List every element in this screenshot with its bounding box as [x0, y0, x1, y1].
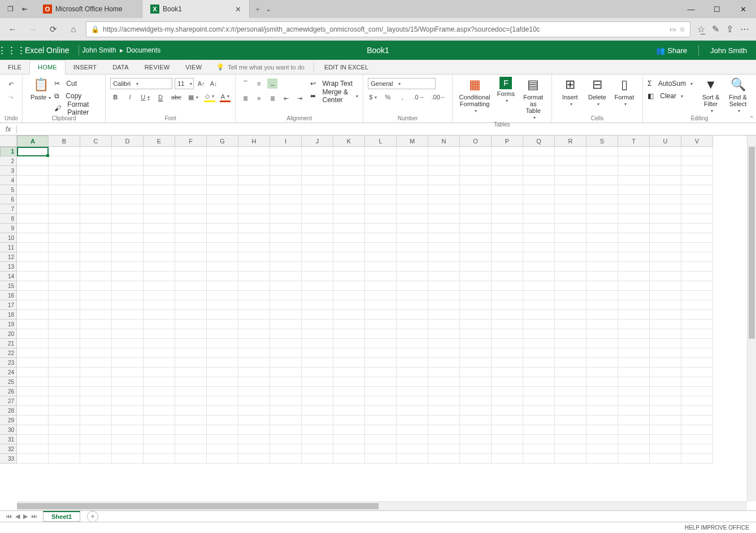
- cell[interactable]: [238, 406, 270, 416]
- cell[interactable]: [175, 396, 207, 406]
- cell[interactable]: [555, 348, 586, 358]
- cell[interactable]: [80, 224, 112, 233]
- cell[interactable]: [555, 272, 586, 281]
- tab-overview-icon[interactable]: ❐: [5, 3, 16, 15]
- cell[interactable]: [144, 348, 175, 358]
- strikethrough-button[interactable]: abc: [170, 92, 183, 102]
- column-header[interactable]: L: [365, 136, 397, 147]
- cell[interactable]: [492, 454, 523, 464]
- cell[interactable]: [112, 252, 144, 262]
- cell[interactable]: [460, 310, 492, 320]
- cell[interactable]: [428, 444, 460, 454]
- cell[interactable]: [555, 156, 586, 166]
- cell[interactable]: [175, 444, 207, 454]
- cell[interactable]: [428, 185, 460, 195]
- cell[interactable]: [555, 320, 586, 329]
- cell[interactable]: [175, 329, 207, 339]
- cell[interactable]: [207, 444, 238, 454]
- cell[interactable]: [365, 358, 397, 368]
- cell[interactable]: [302, 272, 333, 281]
- cell[interactable]: [555, 291, 586, 300]
- cell[interactable]: [144, 281, 175, 291]
- cell[interactable]: [365, 195, 397, 204]
- cell[interactable]: [397, 358, 428, 368]
- cell[interactable]: [175, 310, 207, 320]
- row-header[interactable]: 30: [0, 425, 17, 435]
- format-as-table-button[interactable]: ▤ Format as Table: [519, 76, 546, 121]
- cell[interactable]: [238, 214, 270, 224]
- cell[interactable]: [460, 166, 492, 176]
- cell[interactable]: [112, 281, 144, 291]
- cell[interactable]: [270, 387, 302, 396]
- cell[interactable]: [207, 387, 238, 396]
- cell[interactable]: [523, 339, 555, 348]
- cell[interactable]: [460, 329, 492, 339]
- cell[interactable]: [175, 425, 207, 435]
- row-header[interactable]: 16: [0, 291, 17, 300]
- cell[interactable]: [302, 243, 333, 252]
- select-all-corner[interactable]: [0, 136, 17, 147]
- cell[interactable]: [333, 425, 365, 435]
- cell[interactable]: [144, 454, 175, 464]
- cell[interactable]: [207, 454, 238, 464]
- cell[interactable]: [207, 425, 238, 435]
- cell[interactable]: [523, 176, 555, 185]
- cell[interactable]: [80, 416, 112, 425]
- cell[interactable]: [397, 377, 428, 387]
- cell[interactable]: [17, 224, 49, 233]
- add-sheet-icon[interactable]: ＋: [87, 511, 98, 522]
- cell[interactable]: [333, 262, 365, 272]
- cell[interactable]: [650, 224, 681, 233]
- row-header[interactable]: 27: [0, 396, 17, 406]
- cell[interactable]: [49, 224, 80, 233]
- cell[interactable]: [17, 233, 49, 243]
- cell[interactable]: [144, 262, 175, 272]
- cell[interactable]: [112, 329, 144, 339]
- cell[interactable]: [112, 320, 144, 329]
- cell[interactable]: [586, 156, 618, 166]
- cell[interactable]: [650, 348, 681, 358]
- cell[interactable]: [523, 377, 555, 387]
- increase-indent-icon[interactable]: ⇥: [294, 93, 305, 103]
- row-header[interactable]: 23: [0, 358, 17, 368]
- cell[interactable]: [49, 166, 80, 176]
- cell[interactable]: [144, 358, 175, 368]
- cell[interactable]: [460, 185, 492, 195]
- cell[interactable]: [492, 185, 523, 195]
- cell[interactable]: [17, 396, 49, 406]
- cell[interactable]: [460, 300, 492, 310]
- cell[interactable]: [112, 396, 144, 406]
- cell[interactable]: [650, 147, 681, 156]
- cell[interactable]: [428, 454, 460, 464]
- cell[interactable]: [302, 435, 333, 444]
- cell[interactable]: [270, 368, 302, 377]
- cell[interactable]: [460, 320, 492, 329]
- cell[interactable]: [523, 368, 555, 377]
- row-header[interactable]: 32: [0, 444, 17, 454]
- cell[interactable]: [618, 281, 650, 291]
- cell[interactable]: [270, 156, 302, 166]
- cell[interactable]: [175, 377, 207, 387]
- cell[interactable]: [175, 147, 207, 156]
- cell[interactable]: [555, 204, 586, 214]
- cell[interactable]: [555, 358, 586, 368]
- cell[interactable]: [302, 425, 333, 435]
- column-header[interactable]: M: [397, 136, 428, 147]
- column-header[interactable]: U: [650, 136, 681, 147]
- cell[interactable]: [397, 387, 428, 396]
- cell[interactable]: [428, 406, 460, 416]
- cell[interactable]: [302, 156, 333, 166]
- row-header[interactable]: 13: [0, 262, 17, 272]
- cell[interactable]: [302, 339, 333, 348]
- format-cells-button[interactable]: ▯Format: [611, 76, 638, 108]
- cell[interactable]: [112, 204, 144, 214]
- cell[interactable]: [80, 425, 112, 435]
- font-family-select[interactable]: Calibri: [110, 78, 172, 89]
- cell[interactable]: [650, 233, 681, 243]
- cell[interactable]: [397, 281, 428, 291]
- cell[interactable]: [492, 262, 523, 272]
- cell[interactable]: [333, 329, 365, 339]
- cell[interactable]: [49, 435, 80, 444]
- cell[interactable]: [17, 147, 49, 156]
- cell[interactable]: [80, 262, 112, 272]
